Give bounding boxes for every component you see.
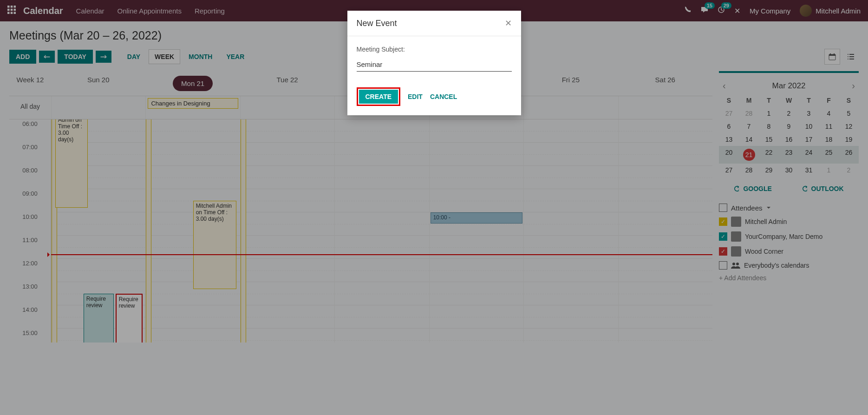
modal-title: New Event xyxy=(357,19,397,28)
meeting-subject-input[interactable] xyxy=(357,59,512,72)
modal-close-button[interactable]: ✕ xyxy=(505,18,512,28)
create-button[interactable]: CREATE xyxy=(359,90,398,104)
edit-button[interactable]: EDIT xyxy=(408,93,423,100)
modal-overlay[interactable]: New Event ✕ Meeting Subject: CREATE EDIT… xyxy=(0,0,868,343)
new-event-modal: New Event ✕ Meeting Subject: CREATE EDIT… xyxy=(347,11,521,115)
cancel-button[interactable]: CANCEL xyxy=(430,93,457,100)
highlight-marker: CREATE xyxy=(357,87,401,106)
field-label: Meeting Subject: xyxy=(357,46,512,53)
